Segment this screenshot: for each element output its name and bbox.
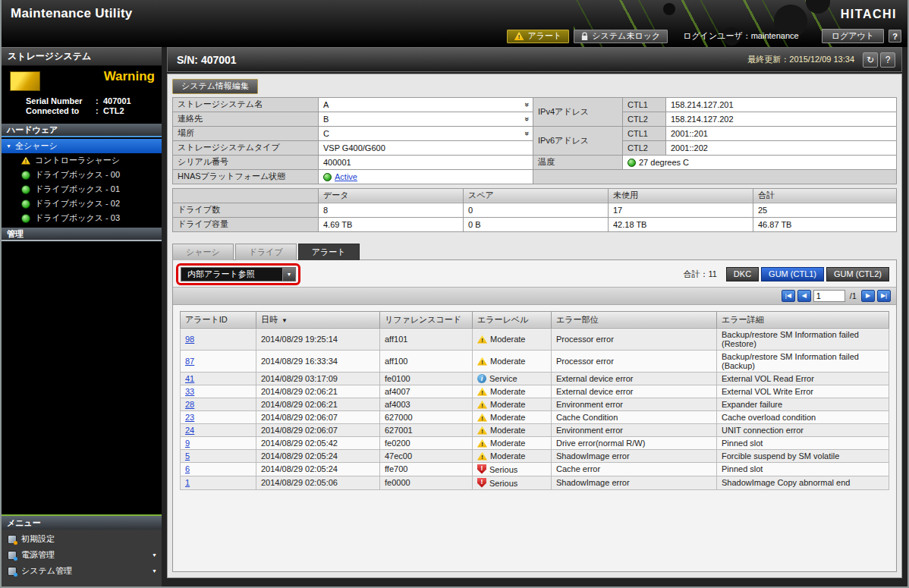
- tab-chassis[interactable]: シャーシ: [172, 244, 234, 260]
- internal-alert-filter-dropdown[interactable]: 内部アラート参照 ▼: [181, 267, 296, 281]
- alert-ref-cell: ffe700: [380, 462, 473, 476]
- page-help-button[interactable]: ?: [880, 52, 895, 68]
- alert-detail-cell: External VOL Write Error: [717, 385, 889, 398]
- menu-section-header: メニュー: [2, 514, 162, 530]
- alert-total-count: 合計：11: [683, 269, 716, 280]
- alerts-panel: 内部アラート参照 ▼ 合計：11 DKC GUM (CTL1) GUM (CTL…: [172, 259, 897, 573]
- menu-item-initial-setup[interactable]: 初期設定: [2, 531, 162, 547]
- refresh-button[interactable]: ↻: [863, 52, 878, 68]
- alert-id-link[interactable]: 24: [185, 426, 194, 435]
- alert-row: 24 2014/08/29 02:06:07 627001 Moderate E…: [181, 423, 889, 436]
- tree-item-drive-box-03[interactable]: ドライブボックス - 03: [2, 211, 162, 225]
- tab-drives[interactable]: ドライブ: [235, 244, 297, 260]
- dropdown-selected-value: 内部アラート参照: [187, 269, 255, 280]
- alert-id-link[interactable]: 23: [185, 413, 194, 422]
- alert-button[interactable]: アラート: [507, 30, 570, 43]
- alert-id-link[interactable]: 1: [185, 478, 190, 487]
- normal-status-icon: [21, 200, 30, 209]
- menu-list: 初期設定 電源管理 ▼ システム管理 ▼: [2, 530, 162, 580]
- last-page-button[interactable]: ▶|: [877, 290, 891, 302]
- alert-id-link[interactable]: 98: [185, 335, 194, 344]
- severity-icon: [477, 439, 487, 448]
- page-total-text: /1: [850, 291, 857, 300]
- contact-value: B»: [319, 112, 533, 126]
- alert-row: 87 2014/08/29 16:33:34 aff100 Moderate P…: [181, 350, 889, 372]
- ctl-label: CTL2: [623, 112, 666, 126]
- alert-id-link[interactable]: 28: [185, 400, 194, 409]
- expand-chevron-icon[interactable]: »: [524, 102, 532, 107]
- tree-item-drive-box-02[interactable]: ドライブボックス - 02: [2, 197, 162, 211]
- sidebar-footer: [2, 580, 162, 588]
- warning-icon: [514, 32, 524, 40]
- alert-id-link[interactable]: 6: [185, 464, 190, 473]
- alert-id-cell: 98: [181, 328, 256, 350]
- tree-item-controller-chassis[interactable]: コントローラシャーシ: [2, 153, 162, 168]
- column-header-error-detail[interactable]: エラー詳細: [717, 311, 889, 328]
- alert-id-cell: 41: [181, 372, 256, 385]
- gum-ctl1-button[interactable]: GUM (CTL1): [761, 267, 824, 281]
- alert-id-link[interactable]: 9: [185, 439, 190, 448]
- drive-count-data: 8: [319, 203, 464, 217]
- severity-icon: [477, 426, 487, 435]
- alert-detail-cell: Backup/restore SM Information failed (Ba…: [717, 350, 889, 372]
- expand-chevron-icon[interactable]: »: [524, 131, 532, 136]
- chevron-down-icon[interactable]: ▼: [152, 568, 157, 574]
- column-header-reference-code[interactable]: リファレンスコード: [380, 311, 473, 328]
- expand-chevron-icon[interactable]: »: [524, 117, 532, 121]
- alert-id-cell: 28: [181, 398, 256, 410]
- alert-ref-cell: 47ec00: [380, 449, 473, 462]
- gum-ctl2-button[interactable]: GUM (CTL2): [826, 267, 889, 281]
- chevron-down-icon[interactable]: ▼: [282, 268, 295, 281]
- previous-page-button[interactable]: ◀: [797, 290, 811, 302]
- severity-icon: [477, 374, 486, 383]
- alert-level-cell: Moderate: [473, 423, 552, 436]
- hnas-active-link[interactable]: Active: [335, 172, 357, 181]
- first-page-button[interactable]: |◀: [782, 290, 795, 302]
- alert-row: 41 2014/08/29 03:17:09 fe0100 Service Ex…: [181, 372, 889, 385]
- page-number-input[interactable]: [813, 290, 845, 302]
- warning-status-icon: [10, 71, 40, 91]
- alert-id-link[interactable]: 41: [185, 374, 194, 383]
- tree-item-drive-box-01[interactable]: ドライブボックス - 01: [2, 182, 162, 197]
- system-management-icon: [8, 567, 17, 576]
- system-lock-button[interactable]: システム未ロック: [574, 30, 668, 43]
- alert-id-link[interactable]: 33: [185, 387, 194, 396]
- alert-id-link[interactable]: 5: [185, 451, 190, 461]
- column-header: スペア: [464, 188, 609, 203]
- system-name-value: A»: [319, 97, 533, 112]
- alert-part-cell: Processor error: [552, 350, 717, 372]
- tree-item-label: コントローラシャーシ: [35, 155, 120, 166]
- column-header-error-part[interactable]: エラー部位: [552, 311, 717, 328]
- alert-row: 9 2014/08/29 02:05:42 fe0200 Moderate Dr…: [181, 436, 889, 449]
- ctl-label: CTL2: [623, 140, 666, 155]
- menu-item-power-management[interactable]: 電源管理 ▼: [2, 547, 162, 563]
- tree-item-drive-box-00[interactable]: ドライブボックス - 00: [2, 168, 162, 182]
- ipv6-ctl2-value: 2001::202: [666, 140, 897, 155]
- alert-id-link[interactable]: 87: [185, 357, 194, 366]
- dkc-button[interactable]: DKC: [726, 267, 759, 281]
- tree-item-all-chassis[interactable]: ▼ 全シャーシ: [2, 139, 162, 153]
- alert-datetime-cell: 2014/08/29 02:06:21: [256, 398, 380, 410]
- alert-datetime-cell: 2014/08/29 02:06:07: [256, 423, 380, 436]
- header-help-button[interactable]: ?: [889, 30, 901, 42]
- logout-button[interactable]: ログアウト: [822, 29, 884, 43]
- alert-part-cell: ShadowImage error: [552, 449, 717, 462]
- column-header-datetime[interactable]: 日時▼: [256, 311, 380, 328]
- edit-system-info-button[interactable]: システム情報編集: [172, 79, 258, 94]
- panel-toolbar: システム情報編集: [168, 74, 901, 97]
- app-title: Maintenance Utility: [11, 6, 133, 21]
- alert-part-cell: External device error: [552, 372, 717, 385]
- normal-status-icon: [21, 185, 30, 194]
- column-header-alert-id[interactable]: アラートID: [181, 311, 256, 328]
- chevron-down-icon[interactable]: ▼: [152, 552, 157, 558]
- severity-icon: [477, 464, 486, 474]
- next-page-button[interactable]: ▶: [861, 290, 875, 302]
- row-label: ドライブ数: [173, 203, 319, 217]
- alert-part-cell: Cache Condition: [552, 410, 717, 423]
- alert-datetime-cell: 2014/08/29 16:33:34: [256, 350, 380, 372]
- column-header-error-level[interactable]: エラーレベル: [473, 311, 552, 328]
- menu-item-system-management[interactable]: システム管理 ▼: [2, 563, 162, 579]
- tab-alerts[interactable]: アラート: [298, 244, 360, 260]
- drive-count-spare: 0: [464, 203, 609, 217]
- alert-level-cell: Moderate: [473, 350, 552, 372]
